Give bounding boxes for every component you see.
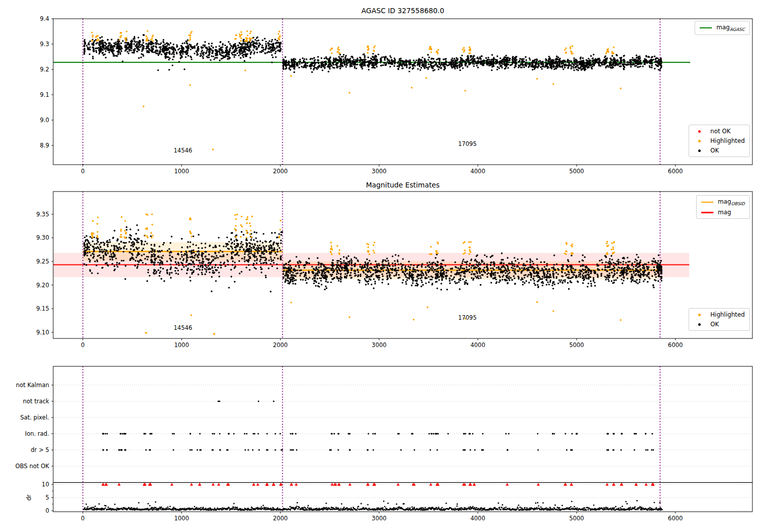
legend-panel2-markers[interactable]: Highlighted OK [689, 308, 750, 331]
flag-row-label: Ion. rad. [25, 430, 49, 437]
flag-row-label: dr > 5 [31, 446, 49, 453]
panel2-title: Magnitude Estimates [53, 181, 752, 189]
flag-points [102, 401, 654, 451]
obsid-annotation: 14546 [174, 147, 193, 154]
y-tick-label: 9.35 [36, 211, 49, 218]
axes-spines [53, 19, 752, 165]
legend-label-mag-agasc: magAGASC [716, 24, 745, 32]
x-tick-label: 3000 [372, 168, 387, 175]
dr-tick-label: 5 [46, 494, 49, 501]
legend-item-mag-agasc: magAGASC [700, 24, 745, 32]
legend-item-mag: mag [701, 209, 745, 216]
y-tick-label: 9.0 [40, 117, 49, 124]
x-tick-label: 1000 [174, 168, 189, 175]
obsid-annotation: 17095 [458, 140, 477, 147]
x-tick-label: 1000 [174, 515, 189, 522]
y-tick-label: 9.20 [36, 282, 49, 289]
legend-panel1-markers[interactable]: not OK Highlighted OK [689, 125, 750, 157]
flag-row-label: Sat. pixel. [20, 414, 49, 421]
x-tick-label: 4000 [470, 515, 485, 522]
x-tick-label: 0 [81, 168, 85, 175]
y-tick-label: 9.2 [40, 66, 49, 73]
x-tick-label: 6000 [668, 168, 682, 175]
x-tick-label: 3000 [372, 515, 387, 522]
mag-obsid-line-sample-wrap [701, 202, 713, 203]
flag-row-label: OBS not OK [15, 463, 49, 470]
legend-label-mag-obsid: magOBSID [718, 198, 745, 206]
ok-marker-icon [698, 149, 701, 152]
legend-item-highlighted-2: Highlighted [694, 311, 745, 318]
dr-axis-label: dr [25, 495, 32, 501]
legend-label-highlighted: Highlighted [710, 137, 745, 144]
legend-item-not-ok: not OK [694, 128, 745, 135]
dr-baseline-points [83, 500, 663, 511]
y-tick-label: 8.9 [40, 142, 49, 149]
legend-label-highlighted-2: Highlighted [710, 311, 745, 318]
x-tick-label: 3000 [372, 341, 387, 349]
flag-row-label: not track [23, 398, 49, 405]
x-tick-label: 5000 [569, 341, 584, 349]
figure: 9.49.39.29.19.08.90100020003000400050006… [0, 0, 760, 532]
mag-obsid-line-sample [701, 202, 713, 203]
x-tick-label: 0 [81, 515, 85, 522]
dr-clipped-points [101, 483, 655, 485]
obsid-annotation: 17095 [458, 314, 477, 321]
y-tick-label: 9.1 [40, 91, 49, 98]
highlighted-marker-wrap [694, 140, 706, 142]
legend-label-ok-2: OK [710, 321, 719, 328]
y-tick-label: 9.25 [36, 258, 49, 265]
x-tick-label: 0 [81, 341, 85, 349]
scatter-points-ok [84, 34, 662, 73]
legend-label-not-ok: not OK [710, 128, 731, 135]
dr-tick-label: 10 [42, 481, 49, 488]
legend-item-ok: OK [694, 147, 745, 154]
not-ok-marker-wrap [694, 130, 706, 133]
legend-item-highlighted: Highlighted [694, 137, 745, 144]
ok-marker-wrap [694, 149, 706, 152]
dr-tick-label: 0 [46, 507, 49, 514]
obsid-annotation: 14546 [174, 324, 193, 331]
legend-item-ok-2: OK [694, 321, 745, 328]
x-tick-label: 6000 [668, 341, 682, 349]
legend-mag-obsid[interactable]: magOBSID mag [696, 195, 750, 219]
x-tick-label: 4000 [470, 341, 485, 349]
legend-item-mag-obsid: magOBSID [701, 198, 745, 206]
x-tick-label: 1000 [174, 341, 189, 349]
ok2-marker-wrap [694, 323, 706, 326]
highlighted2-marker-wrap [694, 314, 706, 316]
mag-agasc-line-sample-wrap [700, 27, 712, 29]
legend-label-mag: mag [718, 209, 731, 216]
y-tick-label: 9.3 [40, 41, 49, 48]
x-tick-label: 5000 [569, 168, 584, 175]
x-tick-label: 2000 [273, 341, 288, 349]
panel1-title: AGASC ID 327558680.0 [53, 7, 752, 15]
chart-canvas: 9.49.39.29.19.08.90100020003000400050006… [0, 0, 760, 532]
x-tick-label: 2000 [273, 168, 288, 175]
mag-line-sample-wrap [701, 212, 713, 213]
y-tick-label: 9.15 [36, 305, 49, 312]
not-ok-marker-icon [698, 130, 701, 133]
ok2-marker-icon [698, 323, 701, 326]
x-tick-label: 2000 [273, 515, 288, 522]
legend-mag-agasc[interactable]: magAGASC [695, 21, 750, 35]
y-tick-label: 9.30 [36, 234, 49, 241]
y-tick-label: 9.4 [40, 15, 49, 22]
highlighted-marker-icon [698, 140, 701, 142]
mag-agasc-line-sample [700, 27, 712, 29]
mag-line-sample [701, 212, 713, 213]
x-tick-label: 5000 [569, 515, 584, 522]
x-tick-label: 4000 [470, 168, 485, 175]
flag-row-label: not Kalman [16, 382, 49, 389]
y-tick-label: 9.10 [36, 329, 49, 336]
x-tick-label: 6000 [668, 515, 682, 522]
axes-spines [53, 366, 752, 512]
legend-label-ok: OK [710, 147, 719, 154]
highlighted2-marker-icon [698, 314, 701, 316]
